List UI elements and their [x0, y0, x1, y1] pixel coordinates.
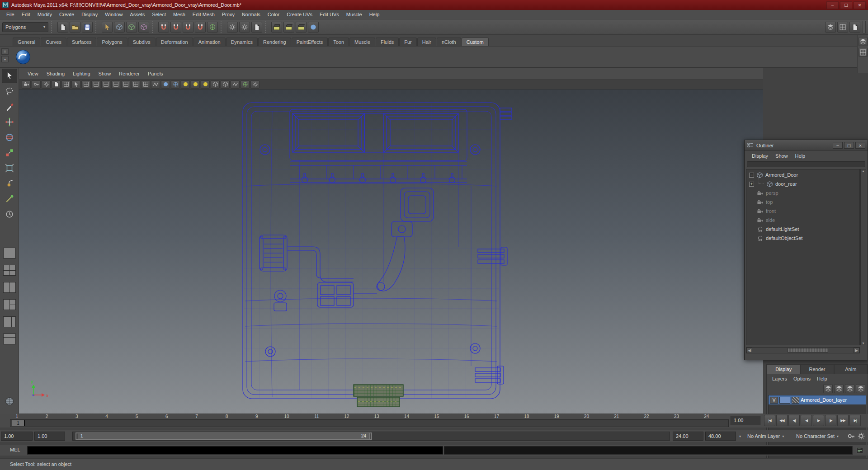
step-forward-frame-button[interactable]: |▶	[825, 415, 836, 426]
layer-row-armored-door-layer[interactable]: V Armored_Door_layer	[769, 395, 866, 404]
render-settings-button[interactable]	[296, 22, 307, 33]
safe-title-button[interactable]	[141, 80, 150, 89]
shadows-button[interactable]	[201, 80, 210, 89]
outliner-horizontal-scrollbar[interactable]: ◀ ▶	[746, 347, 860, 353]
film-gate-button[interactable]	[91, 80, 100, 89]
panel-menu-lighting[interactable]: Lighting	[69, 71, 94, 76]
menu-display[interactable]: Display	[78, 12, 101, 17]
menu-file[interactable]: File	[3, 12, 18, 17]
field-chart-button[interactable]	[121, 80, 130, 89]
exposure-button[interactable]	[250, 80, 259, 89]
ipr-render-button[interactable]	[283, 22, 294, 33]
shelf-tab-curves[interactable]: Curves	[41, 38, 66, 46]
scale-tool-button[interactable]	[2, 146, 17, 160]
outliner-vertical-scrollbar[interactable]: ▲ ▼	[860, 169, 866, 345]
shelf-tab-hair[interactable]: Hair	[417, 38, 436, 46]
lasso-tool-button[interactable]	[2, 84, 17, 99]
shelf-tab-muscle[interactable]: Muscle	[349, 38, 375, 46]
outliner-close-button[interactable]: ×	[855, 142, 865, 149]
create-layer-from-selected-button[interactable]	[856, 384, 865, 393]
output-connections-button[interactable]	[239, 22, 250, 33]
step-back-key-button[interactable]: ◀◀	[776, 415, 788, 426]
panel-menu-shading[interactable]: Shading	[42, 71, 69, 76]
play-backwards-button[interactable]: ◀	[801, 415, 812, 426]
show-attribute-editor-button[interactable]	[825, 22, 836, 33]
lock-camera-button[interactable]	[32, 80, 41, 89]
shelf-tab-polygons[interactable]: Polygons	[97, 38, 127, 46]
anim-layer-dropdown[interactable]: No Anim Layer ▾	[745, 432, 786, 441]
outliner-item-persp[interactable]: persp	[746, 188, 859, 197]
layout-persp-outliner-button[interactable]	[3, 316, 16, 327]
shelf-tab-ncloth[interactable]: nCloth	[437, 38, 461, 46]
save-scene-button[interactable]	[82, 22, 93, 33]
viewport-canvas[interactable]: y x	[19, 89, 763, 414]
status-separator[interactable]	[221, 21, 224, 33]
collapse-icon[interactable]: −	[749, 173, 754, 178]
layers-menu[interactable]: Layers	[769, 376, 790, 381]
panel-menu-panels[interactable]: Panels	[144, 71, 167, 76]
panel-menu-show[interactable]: Show	[94, 71, 115, 76]
scroll-up-icon[interactable]: ▲	[862, 169, 865, 173]
rotate-tool-button[interactable]	[2, 130, 17, 145]
sidebar-toggle-channel-box[interactable]	[859, 48, 868, 57]
range-slider-groove[interactable]: 1 24	[72, 432, 670, 441]
outliner-item-top[interactable]: top	[746, 197, 859, 207]
close-button[interactable]: ×	[854, 1, 866, 9]
plugin-shapes-button[interactable]	[241, 80, 250, 89]
2d-pan-zoom-button[interactable]	[71, 80, 80, 89]
layout-four-pane-button[interactable]	[3, 265, 16, 276]
snap-to-grid-button[interactable]	[158, 22, 169, 33]
auto-keyframe-toggle[interactable]	[847, 432, 855, 440]
outliner-minimize-button[interactable]: −	[833, 142, 843, 149]
select-hierarchy-button[interactable]	[102, 22, 113, 33]
playback-start-field[interactable]: 1.00	[34, 432, 65, 441]
shelf-tab-fluids[interactable]: Fluids	[376, 38, 399, 46]
animation-preferences-button[interactable]	[857, 432, 865, 440]
paint-select-tool-button[interactable]	[2, 99, 17, 114]
go-to-start-button[interactable]: |◀	[764, 415, 775, 426]
animation-end-field[interactable]: 48.00	[705, 432, 736, 441]
move-layer-up-button[interactable]	[823, 384, 833, 393]
input-connections-button[interactable]	[227, 22, 238, 33]
step-back-frame-button[interactable]: ◀|	[788, 415, 800, 426]
outliner-maximize-button[interactable]: □	[844, 142, 854, 149]
anim-layer-menu-caret[interactable]: ▾	[737, 432, 743, 441]
scroll-down-icon[interactable]: ▼	[862, 342, 865, 345]
outliner-menu-show[interactable]: Show	[772, 153, 792, 159]
menu-mesh[interactable]: Mesh	[170, 12, 189, 17]
options-menu[interactable]: Options	[790, 376, 814, 381]
gate-mask-button[interactable]	[111, 80, 120, 89]
outliner-menu-help[interactable]: Help	[792, 153, 809, 159]
sidebar-toggle-attribute-editor[interactable]	[859, 37, 868, 46]
animation-start-field[interactable]: 1.00	[1, 432, 33, 441]
layout-three-pane-button[interactable]	[3, 299, 16, 310]
status-separator[interactable]	[152, 21, 156, 33]
shelf-tab-general[interactable]: General	[13, 38, 40, 46]
menu-muscle[interactable]: Muscle	[343, 12, 366, 17]
layer-display-type-swatch[interactable]	[792, 397, 799, 404]
move-tool-button[interactable]	[2, 115, 17, 129]
launch-render-view-button[interactable]	[308, 22, 319, 33]
shelf-tab-toon[interactable]: Toon	[328, 38, 349, 46]
panel-menu-view[interactable]: View	[24, 71, 42, 76]
menu-proxy[interactable]: Proxy	[218, 12, 238, 17]
current-frame-indicator[interactable]: 1	[12, 420, 25, 426]
use-all-lights-button[interactable]	[181, 80, 190, 89]
render-current-frame-button[interactable]	[271, 22, 282, 33]
tab-display[interactable]: Display	[767, 364, 800, 374]
show-manipulator-tool-button[interactable]	[2, 192, 17, 206]
select-component-button[interactable]	[126, 22, 137, 33]
status-separator[interactable]	[265, 21, 269, 33]
menu-set-selector[interactable]: Polygons ▾	[2, 22, 48, 32]
range-start-handle[interactable]	[76, 433, 78, 439]
new-scene-button[interactable]	[57, 22, 68, 33]
shelf-tab-animation[interactable]: Animation	[193, 38, 226, 46]
select-object-button[interactable]	[114, 22, 125, 33]
menu-color[interactable]: Color	[264, 12, 283, 17]
layout-persp-graph-button[interactable]	[3, 334, 16, 344]
current-time-field[interactable]: 1.00	[731, 416, 760, 425]
command-language-label[interactable]: MEL	[10, 447, 20, 452]
playback-end-field[interactable]: 24.00	[673, 432, 703, 441]
grid-toggle-button[interactable]	[81, 80, 90, 89]
menu-create[interactable]: Create	[56, 12, 78, 17]
